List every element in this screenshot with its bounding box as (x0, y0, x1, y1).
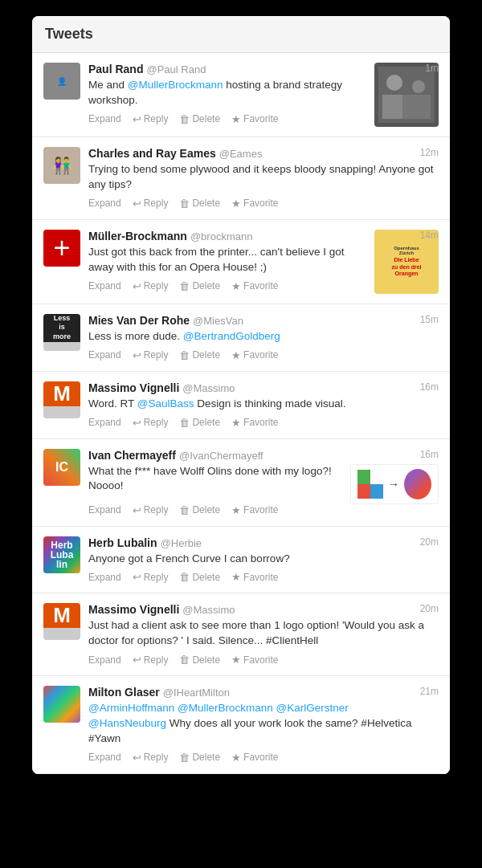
delete-action[interactable]: 🗑 Delete (179, 349, 220, 361)
favorite-action[interactable]: ★ Favorite (231, 349, 278, 361)
tweet-text: @ArminHoffmann @MullerBrockmann @KarlGer… (88, 701, 439, 747)
reply-action[interactable]: ↩ Reply (133, 198, 169, 210)
tweet-content: Ivan Chermayeff @IvanChermayeff 16m What… (88, 449, 439, 516)
tweet-name: Herb Lubalin (88, 536, 157, 549)
expand-action[interactable]: Expand (88, 752, 121, 763)
avatar: HerbLubalin (43, 536, 80, 573)
tweet-actions: Expand ↩ Reply 🗑 Delete ★ Favorite (88, 113, 366, 125)
delete-label: Delete (192, 752, 220, 763)
delete-icon: 🗑 (179, 113, 190, 125)
favorite-label: Favorite (243, 280, 278, 291)
delete-icon: 🗑 (179, 504, 190, 516)
avatar (43, 686, 80, 723)
delete-action[interactable]: 🗑 Delete (179, 417, 220, 429)
avatar: Lessismore (43, 314, 80, 351)
reply-action[interactable]: ↩ Reply (133, 752, 169, 764)
star-icon: ★ (231, 504, 241, 516)
expand-action[interactable]: Expand (88, 572, 121, 583)
favorite-action[interactable]: ★ Favorite (231, 280, 278, 292)
tweet-time: 20m (420, 603, 439, 614)
svg-point-2 (412, 80, 425, 93)
delete-action[interactable]: 🗑 Delete (179, 280, 220, 292)
favorite-action[interactable]: ★ Favorite (231, 113, 278, 125)
reply-icon: ↩ (133, 752, 141, 764)
tweets-window: Tweets 👤 Paul Rand @Paul Rand 1m Me and … (32, 16, 450, 774)
reply-action[interactable]: ↩ Reply (133, 417, 169, 429)
favorite-action[interactable]: ★ Favorite (231, 198, 278, 210)
favorite-action[interactable]: ★ Favorite (231, 417, 278, 429)
delete-action[interactable]: 🗑 Delete (179, 752, 220, 764)
reply-label: Reply (144, 504, 169, 516)
reply-label: Reply (144, 198, 169, 209)
tweet-time: 1m (425, 63, 439, 74)
reply-action[interactable]: ↩ Reply (133, 113, 169, 125)
tweet-text: Trying to bend some plywood and it keeps… (88, 162, 439, 193)
tweet-actions: Expand ↩ Reply 🗑 Delete ★ Favorite (88, 280, 366, 292)
tweet-item: Müller-Brockmann @brockmann 14m Just got… (32, 220, 450, 304)
delete-action[interactable]: 🗑 Delete (179, 654, 220, 666)
star-icon: ★ (231, 417, 241, 429)
tweet-handle: @Herbie (161, 537, 202, 549)
reply-action[interactable]: ↩ Reply (133, 280, 169, 292)
star-icon: ★ (231, 280, 241, 292)
favorite-action[interactable]: ★ Favorite (231, 571, 278, 583)
delete-label: Delete (192, 198, 220, 209)
expand-action[interactable]: Expand (88, 198, 121, 209)
tweet-name: Mies Van Der Rohe (88, 314, 190, 327)
expand-action[interactable]: Expand (88, 349, 121, 361)
tweet-name: Massimo Vignelli (88, 381, 179, 394)
reply-label: Reply (144, 752, 169, 763)
tweet-time: 14m (420, 230, 439, 241)
delete-label: Delete (192, 417, 220, 428)
expand-label: Expand (88, 349, 121, 361)
reply-action[interactable]: ↩ Reply (133, 504, 169, 516)
delete-label: Delete (192, 504, 220, 516)
tweet-actions: Expand ↩ Reply 🗑 Delete ★ Favorite (88, 417, 439, 429)
delete-action[interactable]: 🗑 Delete (179, 504, 220, 516)
reply-icon: ↩ (133, 504, 141, 516)
reply-action[interactable]: ↩ Reply (133, 654, 169, 666)
tweet-text: Less is more dude. @BertrandGoldberg (88, 329, 439, 344)
tweet-header: Paul Rand @Paul Rand (88, 63, 366, 75)
reply-icon: ↩ (133, 280, 141, 292)
tweet-time: 15m (420, 314, 439, 325)
tweet-name: Ivan Chermayeff (88, 449, 176, 462)
expand-action[interactable]: Expand (88, 113, 121, 124)
expand-action[interactable]: Expand (88, 504, 121, 516)
favorite-action[interactable]: ★ Favorite (231, 504, 278, 516)
tweet-text: Word. RT @SaulBass Design is thinking ma… (88, 397, 439, 412)
delete-icon: 🗑 (179, 417, 190, 429)
avatar: 👫 (43, 147, 80, 184)
star-icon: ★ (231, 752, 241, 764)
tweet-text: What the f*** have Wolff Olins done with… (88, 464, 342, 495)
reply-label: Reply (144, 113, 169, 124)
expand-label: Expand (88, 752, 121, 763)
tweet-content: Herb Lubalin @Herbie 20m Anyone got a Fr… (88, 536, 439, 584)
delete-action[interactable]: 🗑 Delete (179, 198, 220, 210)
favorite-action[interactable]: ★ Favorite (231, 752, 278, 764)
expand-action[interactable]: Expand (88, 280, 121, 291)
delete-icon: 🗑 (179, 752, 190, 764)
reply-action[interactable]: ↩ Reply (133, 571, 169, 583)
delete-label: Delete (192, 113, 220, 124)
tweet-actions: Expand ↩ Reply 🗑 Delete ★ Favorite (88, 654, 439, 666)
star-icon: ★ (231, 198, 241, 210)
tweet-header: Mies Van Der Rohe @MiesVan (88, 314, 439, 327)
avatar: M (43, 381, 80, 418)
expand-action[interactable]: Expand (88, 654, 121, 666)
tweet-handle: @brockmann (190, 230, 253, 242)
expand-label: Expand (88, 280, 121, 291)
favorite-label: Favorite (243, 349, 278, 361)
tweet-time: 21m (420, 686, 439, 697)
favorite-action[interactable]: ★ Favorite (231, 654, 278, 666)
tweet-name: Charles and Ray Eames (88, 147, 216, 160)
tweet-actions: Expand ↩ Reply 🗑 Delete ★ Favorite (88, 198, 439, 210)
expand-action[interactable]: Expand (88, 417, 121, 428)
delete-icon: 🗑 (179, 654, 190, 666)
reply-label: Reply (144, 572, 169, 583)
delete-action[interactable]: 🗑 Delete (179, 113, 220, 125)
star-icon: ★ (231, 571, 241, 583)
delete-action[interactable]: 🗑 Delete (179, 571, 220, 583)
reply-action[interactable]: ↩ Reply (133, 349, 169, 361)
favorite-label: Favorite (243, 417, 278, 428)
